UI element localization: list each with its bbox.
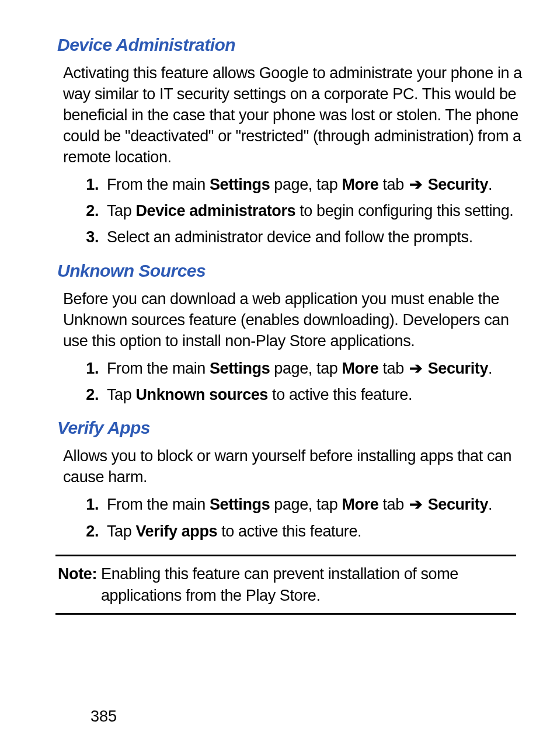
- note-text: Note: Enabling this feature can prevent …: [58, 563, 514, 606]
- body-text: Activating this feature allows Google to…: [63, 63, 522, 168]
- body-text: Before you can download a web applicatio…: [63, 289, 522, 352]
- step-body: Tap Device administrators to begin confi…: [107, 200, 522, 221]
- list-item: 1. From the main Settings page, tap More…: [83, 174, 522, 195]
- step-body: Tap Verify apps to active this feature.: [107, 521, 522, 542]
- step-number: 2.: [83, 200, 107, 221]
- step-body: Tap Unknown sources to active this featu…: [107, 384, 522, 405]
- step-body: Select an administrator device and follo…: [107, 227, 522, 248]
- step-body: From the main Settings page, tap More ta…: [107, 494, 522, 515]
- page-number: 385: [90, 708, 117, 726]
- list-item: 1. From the main Settings page, tap More…: [83, 358, 522, 379]
- step-number: 1.: [83, 494, 107, 515]
- step-number: 2.: [83, 521, 107, 542]
- arrow-icon: ➔: [408, 494, 424, 515]
- note-label: Note:: [58, 565, 97, 583]
- list-item: 2. Tap Verify apps to active this featur…: [83, 521, 522, 542]
- step-body: From the main Settings page, tap More ta…: [107, 174, 522, 195]
- step-number: 1.: [83, 174, 107, 195]
- section-heading-verify-apps: Verify Apps: [57, 418, 522, 438]
- ordered-list: 1. From the main Settings page, tap More…: [55, 174, 522, 248]
- arrow-icon: ➔: [408, 358, 424, 379]
- arrow-icon: ➔: [408, 174, 424, 195]
- body-text: Allows you to block or warn yourself bef…: [63, 446, 522, 488]
- note-box: Note: Enabling this feature can prevent …: [55, 555, 516, 615]
- section-heading-unknown-sources: Unknown Sources: [57, 261, 522, 281]
- ordered-list: 1. From the main Settings page, tap More…: [55, 494, 522, 542]
- list-item: 2. Tap Device administrators to begin co…: [83, 200, 522, 221]
- step-number: 2.: [83, 384, 107, 405]
- list-item: 1. From the main Settings page, tap More…: [83, 494, 522, 515]
- step-number: 1.: [83, 358, 107, 379]
- list-item: 2. Tap Unknown sources to active this fe…: [83, 384, 522, 405]
- ordered-list: 1. From the main Settings page, tap More…: [55, 358, 522, 406]
- step-number: 3.: [83, 227, 107, 248]
- list-item: 3. Select an administrator device and fo…: [83, 227, 522, 248]
- section-heading-device-admin: Device Administration: [57, 35, 522, 55]
- step-body: From the main Settings page, tap More ta…: [107, 358, 522, 379]
